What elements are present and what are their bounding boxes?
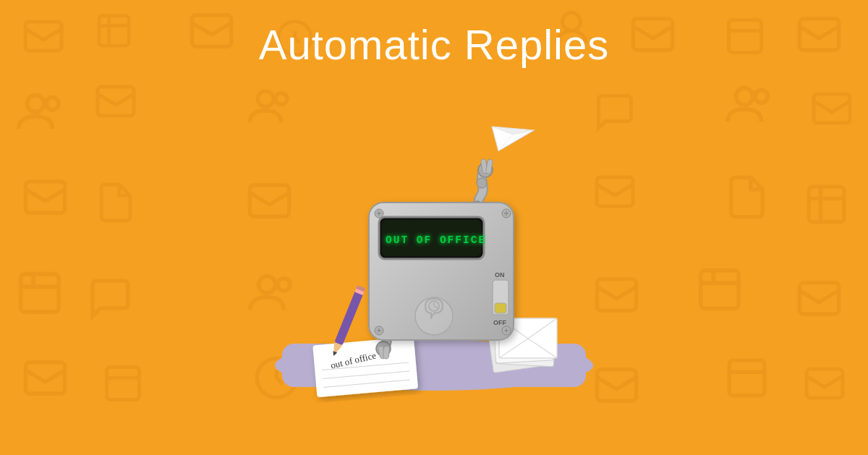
svg-rect-8 — [729, 20, 762, 53]
svg-rect-19 — [25, 182, 64, 213]
svg-point-16 — [736, 88, 753, 105]
main-container: Automatic Replies out of office — [0, 0, 868, 455]
svg-rect-42 — [807, 369, 843, 398]
svg-rect-50 — [334, 289, 364, 346]
svg-text:ON: ON — [495, 271, 505, 278]
svg-point-12 — [46, 98, 59, 111]
illustration-scene: out of office — [210, 61, 658, 409]
svg-rect-34 — [799, 283, 838, 314]
svg-rect-7 — [633, 19, 672, 50]
svg-rect-1 — [99, 16, 129, 46]
svg-rect-25 — [21, 274, 59, 312]
svg-rect-4 — [192, 15, 231, 46]
svg-rect-40 — [729, 360, 765, 396]
svg-rect-45 — [312, 336, 418, 397]
svg-text:OUT OF OFFICE: OUT OF OFFICE — [386, 234, 486, 246]
svg-rect-0 — [25, 22, 61, 51]
svg-rect-35 — [25, 362, 64, 394]
svg-point-11 — [27, 95, 44, 112]
svg-rect-18 — [814, 94, 850, 123]
svg-rect-31 — [701, 271, 739, 309]
svg-rect-13 — [98, 87, 134, 116]
svg-rect-10 — [799, 19, 838, 50]
svg-point-77 — [477, 178, 487, 188]
svg-text:OFF: OFF — [493, 319, 506, 326]
svg-rect-74 — [383, 346, 390, 360]
svg-rect-36 — [107, 367, 140, 400]
svg-rect-22 — [809, 187, 844, 222]
svg-point-17 — [755, 90, 768, 103]
svg-rect-103 — [495, 303, 506, 313]
